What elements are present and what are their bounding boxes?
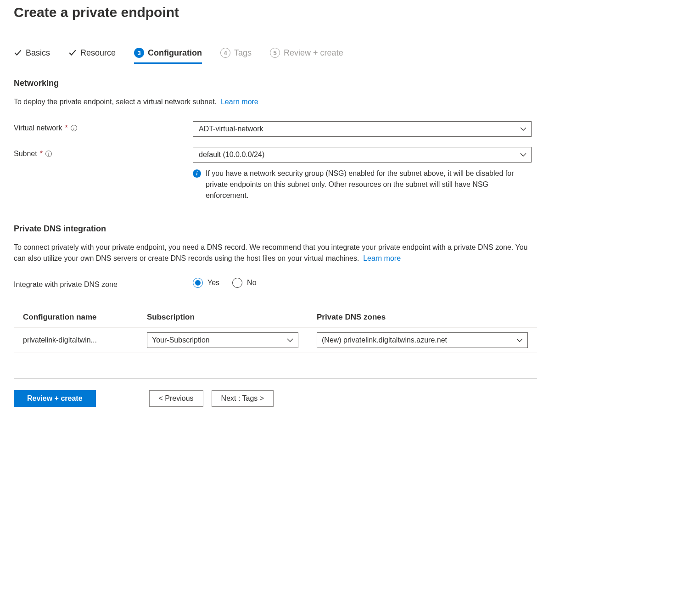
next-button[interactable]: Next : Tags > [212, 390, 274, 407]
check-icon [68, 49, 77, 57]
table-row: privatelink-digitaltwin... Your-Subscrip… [14, 328, 537, 353]
integrate-dns-label: Integrate with private DNS zone [14, 278, 193, 289]
tab-review-create-label: Review + create [284, 48, 343, 58]
config-name-cell: privatelink-digitaltwin... [14, 328, 138, 353]
page-title: Create a private endpoint [14, 5, 537, 20]
info-icon[interactable]: i [71, 125, 77, 131]
tab-configuration[interactable]: 3 Configuration [134, 48, 202, 64]
tab-resource[interactable]: Resource [68, 48, 116, 62]
subscription-dropdown[interactable]: Your-Subscription [147, 332, 298, 348]
chevron-down-icon [520, 127, 526, 131]
dns-heading: Private DNS integration [14, 224, 537, 234]
wizard-footer: Review + create < Previous Next : Tags > [14, 378, 537, 407]
column-private-dns-zones: Private DNS zones [308, 307, 537, 328]
dns-desc: To connect privately with your private e… [14, 242, 537, 264]
subnet-dropdown[interactable]: default (10.0.0.0/24) [193, 147, 532, 163]
radio-button-icon [232, 278, 242, 288]
subnet-label: Subnet * i [14, 147, 193, 158]
step-number-icon: 3 [134, 48, 144, 58]
dns-zones-table: Configuration name Subscription Private … [14, 307, 537, 353]
step-number-icon: 4 [220, 48, 230, 58]
column-subscription: Subscription [138, 307, 308, 328]
integrate-dns-no-radio[interactable]: No [232, 278, 256, 288]
chevron-down-icon [287, 338, 293, 342]
virtual-network-label: Virtual network * i [14, 121, 193, 132]
info-icon: i [193, 169, 201, 178]
required-indicator: * [40, 150, 43, 158]
networking-learn-more-link[interactable]: Learn more [221, 98, 258, 106]
tab-configuration-label: Configuration [148, 48, 202, 58]
tab-basics[interactable]: Basics [14, 48, 50, 62]
nsg-info-note: i If you have a network security group (… [193, 168, 532, 201]
step-number-icon: 5 [270, 48, 280, 58]
column-configuration-name: Configuration name [14, 307, 138, 328]
tab-basics-label: Basics [26, 48, 50, 58]
info-icon[interactable]: i [45, 151, 52, 157]
previous-button[interactable]: < Previous [149, 390, 203, 407]
virtual-network-value: ADT-virtual-network [199, 125, 263, 133]
tab-resource-label: Resource [80, 48, 116, 58]
check-icon [14, 49, 22, 57]
tab-tags[interactable]: 4 Tags [220, 48, 252, 62]
review-create-button[interactable]: Review + create [14, 390, 96, 407]
networking-desc: To deploy the private endpoint, select a… [14, 96, 537, 107]
subscription-value: Your-Subscription [152, 336, 210, 344]
dns-zone-value: (New) privatelink.digitaltwins.azure.net [322, 336, 447, 344]
networking-heading: Networking [14, 79, 537, 88]
wizard-tabs: Basics Resource 3 Configuration 4 Tags 5… [14, 48, 537, 62]
chevron-down-icon [520, 152, 526, 157]
required-indicator: * [65, 124, 68, 132]
radio-button-icon [193, 278, 203, 288]
virtual-network-dropdown[interactable]: ADT-virtual-network [193, 121, 532, 137]
dns-learn-more-link[interactable]: Learn more [363, 254, 401, 262]
subnet-value: default (10.0.0.0/24) [199, 151, 264, 159]
dns-zone-dropdown[interactable]: (New) privatelink.digitaltwins.azure.net [317, 332, 528, 348]
tab-review-create[interactable]: 5 Review + create [270, 48, 343, 62]
integrate-dns-yes-radio[interactable]: Yes [193, 278, 219, 288]
tab-tags-label: Tags [234, 48, 252, 58]
chevron-down-icon [516, 338, 523, 342]
